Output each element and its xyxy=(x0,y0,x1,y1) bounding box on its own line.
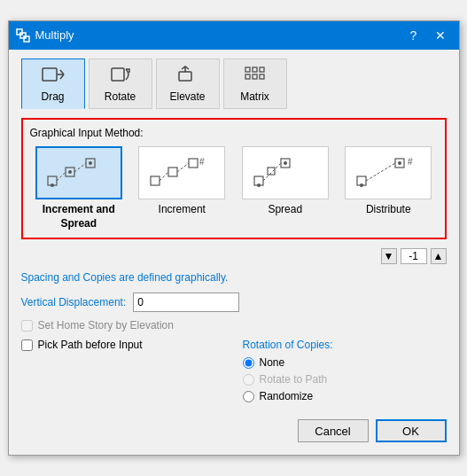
method-label-increment-spread: Increment andSpread xyxy=(43,203,115,230)
svg-rect-2 xyxy=(24,36,29,42)
tab-elevate[interactable]: Elevate xyxy=(156,59,220,109)
svg-point-23 xyxy=(89,161,92,165)
graphical-input-section: Graphical Input Method: xyxy=(21,118,447,239)
svg-rect-14 xyxy=(253,74,257,79)
dialog-content: Drag Rotate xyxy=(9,50,459,455)
svg-rect-11 xyxy=(253,67,257,72)
rotate-tab-label: Rotate xyxy=(105,90,136,103)
vertical-displacement-row: Vertical Displacement: xyxy=(21,293,447,312)
method-icon-spread xyxy=(242,146,329,199)
method-spread[interactable]: Spread xyxy=(237,146,335,230)
spread-svg xyxy=(250,152,321,194)
svg-point-33 xyxy=(257,183,261,187)
info-text: Spacing and Copies are defined graphical… xyxy=(21,271,447,284)
counter-value: -1 xyxy=(401,248,427,264)
svg-rect-26 xyxy=(189,159,198,168)
svg-rect-1 xyxy=(20,33,26,38)
counter-row: ▼ -1 ▲ xyxy=(21,248,447,264)
svg-point-39 xyxy=(360,183,363,187)
radio-rotate-to-path-row: Rotate to Path xyxy=(243,373,447,386)
ok-button[interactable]: OK xyxy=(376,419,447,442)
method-icon-increment: # xyxy=(138,146,225,199)
svg-point-34 xyxy=(284,161,287,165)
svg-rect-8 xyxy=(179,72,191,81)
method-icon-distribute: # xyxy=(345,146,432,199)
method-distribute[interactable]: # Distribute xyxy=(339,146,438,230)
pick-path-row: Pick Path before Input xyxy=(21,339,225,351)
method-icon-increment-spread xyxy=(35,146,122,199)
title-bar-controls: ? ✕ xyxy=(402,27,452,44)
svg-line-20 xyxy=(74,163,86,172)
method-label-spread: Spread xyxy=(268,203,302,217)
increment-svg: # xyxy=(146,152,217,194)
svg-point-21 xyxy=(51,183,54,187)
svg-rect-3 xyxy=(43,68,57,81)
method-label-increment: Increment xyxy=(159,203,206,217)
bottom-section: Pick Path before Input Rotation of Copie… xyxy=(21,339,447,407)
left-col: Pick Path before Input xyxy=(21,339,225,407)
svg-rect-10 xyxy=(245,67,250,72)
radio-randomize-label: Randomize xyxy=(260,390,314,402)
svg-line-28 xyxy=(177,163,189,172)
title-bar: Multiply ? ✕ xyxy=(9,21,459,50)
close-button[interactable]: ✕ xyxy=(429,27,452,44)
svg-rect-0 xyxy=(17,29,22,35)
cancel-button[interactable]: Cancel xyxy=(298,419,369,442)
dialog-buttons: Cancel OK xyxy=(21,416,447,442)
tab-rotate[interactable]: Rotate xyxy=(89,59,152,109)
set-home-story-label: Set Home Story by Elevation xyxy=(38,319,174,332)
svg-rect-15 xyxy=(260,74,264,79)
counter-down-button[interactable]: ▼ xyxy=(381,248,397,264)
rotation-group-title: Rotation of Copies: xyxy=(243,339,447,351)
svg-rect-13 xyxy=(245,74,250,79)
svg-point-22 xyxy=(68,170,72,174)
radio-randomize-row: Randomize xyxy=(243,390,447,402)
section-title: Graphical Input Method: xyxy=(30,127,438,139)
right-col: Rotation of Copies: None Rotate to Path … xyxy=(243,339,447,407)
svg-rect-25 xyxy=(168,168,177,176)
tabs-row: Drag Rotate xyxy=(21,59,447,109)
svg-rect-24 xyxy=(151,176,160,185)
dialog-icon xyxy=(16,28,30,43)
pick-path-checkbox[interactable] xyxy=(21,339,33,351)
rotate-tab-icon xyxy=(108,65,133,87)
radio-rotate-to-path-label: Rotate to Path xyxy=(260,373,328,386)
svg-rect-12 xyxy=(260,67,264,72)
set-home-story-checkbox[interactable] xyxy=(21,320,33,332)
radio-none[interactable] xyxy=(243,357,254,369)
radio-none-label: None xyxy=(260,356,285,369)
multiply-dialog: Multiply ? ✕ Drag xyxy=(8,20,460,456)
matrix-tab-label: Matrix xyxy=(240,90,269,103)
svg-text:#: # xyxy=(199,157,205,167)
matrix-tab-icon xyxy=(243,65,268,87)
svg-point-40 xyxy=(398,161,401,165)
title-bar-left: Multiply xyxy=(16,28,74,43)
radio-none-row: None xyxy=(243,356,447,369)
increment-spread-svg xyxy=(43,152,114,194)
vertical-displacement-input[interactable] xyxy=(133,293,239,312)
set-home-story-row: Set Home Story by Elevation xyxy=(21,319,447,332)
method-options: Increment andSpread # Incr xyxy=(30,146,438,230)
radio-rotate-to-path[interactable] xyxy=(243,374,254,386)
radio-randomize[interactable] xyxy=(243,391,254,402)
elevate-tab-label: Elevate xyxy=(169,90,205,103)
vertical-displacement-label: Vertical Displacement: xyxy=(21,296,127,308)
svg-text:#: # xyxy=(408,157,413,167)
method-increment-spread[interactable]: Increment andSpread xyxy=(30,146,128,230)
svg-line-19 xyxy=(57,172,66,181)
method-increment[interactable]: # Increment xyxy=(133,146,231,230)
method-label-distribute: Distribute xyxy=(366,203,411,217)
tab-matrix[interactable]: Matrix xyxy=(223,59,287,109)
tab-drag[interactable]: Drag xyxy=(21,59,85,109)
svg-line-32 xyxy=(263,163,281,181)
distribute-svg: # xyxy=(353,152,424,194)
svg-line-38 xyxy=(366,163,395,181)
pick-path-label: Pick Path before Input xyxy=(38,339,143,351)
drag-tab-icon xyxy=(41,65,66,87)
drag-tab-label: Drag xyxy=(41,90,64,103)
help-button[interactable]: ? xyxy=(402,27,425,44)
counter-up-button[interactable]: ▲ xyxy=(431,248,447,264)
svg-rect-7 xyxy=(112,68,124,81)
elevate-tab-icon xyxy=(175,65,200,87)
dialog-title: Multiply xyxy=(35,28,74,42)
